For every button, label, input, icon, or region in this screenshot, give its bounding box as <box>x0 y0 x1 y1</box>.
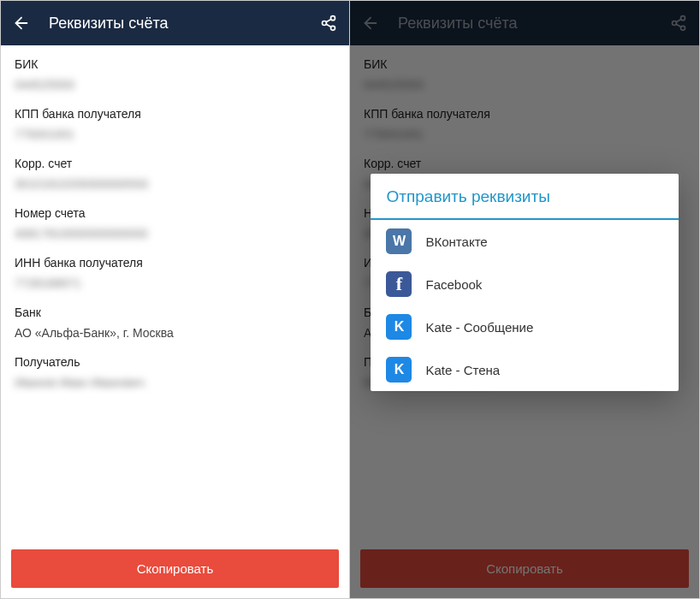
content: БИК044525593КПП банка получателя77500100… <box>1 45 349 539</box>
field-value: 30101810200000000593 <box>15 177 335 191</box>
field: Номер счета40817810000000000000 <box>15 206 335 240</box>
share-option-label: Kate - Сообщение <box>425 320 533 335</box>
field: ПолучательИванов Иван Иванович <box>15 355 335 389</box>
field-label: Номер счета <box>15 206 335 220</box>
topbar: Реквизиты счёта <box>1 1 349 45</box>
field: Корр. счет30101810200000000593 <box>15 157 335 191</box>
share-icon <box>320 15 337 32</box>
field-value: 40817810000000000000 <box>15 227 335 240</box>
field-value: 044525593 <box>15 78 335 92</box>
phone-left: Реквизиты счёта БИК044525593КПП банка по… <box>1 1 350 598</box>
share-button[interactable] <box>318 13 339 33</box>
share-option[interactable]: KKate - Стена <box>371 348 678 391</box>
kate-icon: K <box>386 357 412 383</box>
share-option-label: ВКонтакте <box>425 234 487 249</box>
fb-icon: f <box>386 271 412 297</box>
modal-overlay[interactable]: Отправить реквизиты WВКонтактеfFacebookK… <box>350 1 699 598</box>
field-value: 7728168971 <box>15 276 335 290</box>
field-value: Иванов Иван Иванович <box>15 376 335 389</box>
field: КПП банка получателя775001001 <box>15 107 335 141</box>
share-option-label: Facebook <box>425 277 482 292</box>
kate-icon: K <box>386 314 412 340</box>
field-label: Банк <box>15 305 335 319</box>
svg-line-5 <box>326 19 331 21</box>
share-option-label: Kate - Стена <box>425 363 500 377</box>
share-option[interactable]: KKate - Сообщение <box>371 305 678 348</box>
field: ИНН банка получателя7728168971 <box>15 256 335 290</box>
arrow-left-icon <box>12 14 31 33</box>
share-option[interactable]: WВКонтакте <box>371 220 678 263</box>
copy-button[interactable]: Скопировать <box>11 549 339 588</box>
field-label: КПП банка получателя <box>15 107 335 121</box>
field-label: ИНН банка получателя <box>15 256 335 270</box>
field: БанкАО «Альфа-Банк», г. Москва <box>15 305 335 340</box>
field-value: АО «Альфа-Банк», г. Москва <box>15 326 335 340</box>
field-value: 775001001 <box>15 128 335 141</box>
footer: Скопировать <box>1 539 349 598</box>
field-label: БИК <box>15 57 335 71</box>
field-label: Корр. счет <box>15 157 335 170</box>
page-title: Реквизиты счёта <box>49 15 318 33</box>
share-dialog-title: Отправить реквизиты <box>371 174 678 220</box>
phone-right: Реквизиты счёта БИК044525593КПП банка по… <box>350 1 699 598</box>
svg-line-4 <box>326 24 331 27</box>
vk-icon: W <box>386 228 412 254</box>
field-label: Получатель <box>15 355 335 369</box>
share-option[interactable]: fFacebook <box>371 263 678 305</box>
field: БИК044525593 <box>15 57 335 92</box>
share-dialog: Отправить реквизиты WВКонтактеfFacebookK… <box>371 174 678 391</box>
back-button[interactable] <box>11 13 32 33</box>
